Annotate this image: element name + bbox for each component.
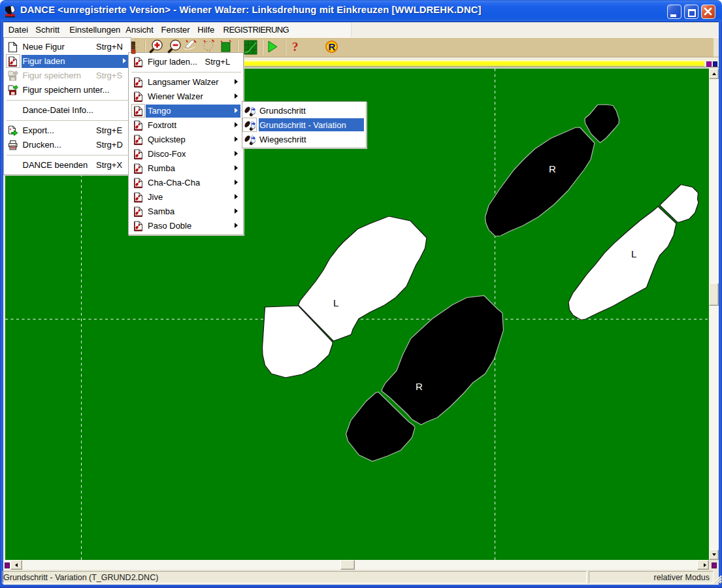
svg-text:R: R [549,163,556,174]
svg-text:?: ? [292,40,299,54]
svg-text:L: L [631,248,636,259]
svg-text:R: R [416,381,423,392]
svg-text:L: L [333,297,338,308]
svg-text:R: R [329,41,336,52]
